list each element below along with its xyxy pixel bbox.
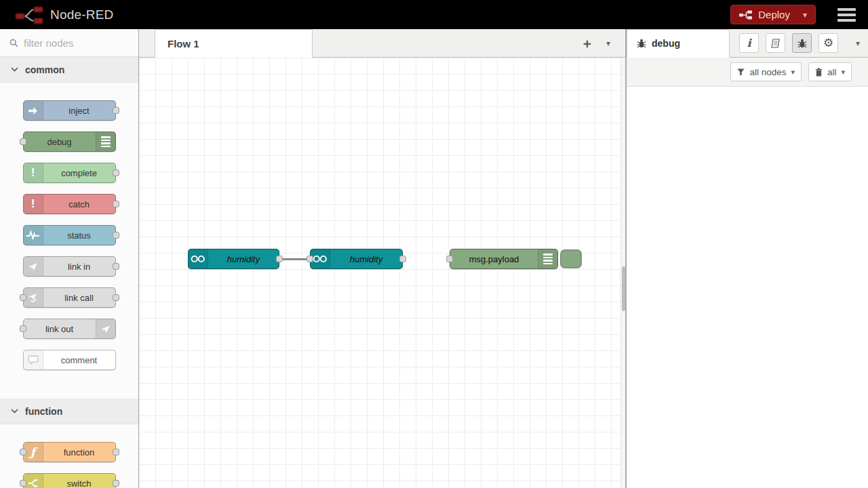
caret-down-icon: ▾ <box>841 68 845 77</box>
debug-tab-label: debug <box>652 38 680 49</box>
output-port[interactable] <box>276 256 283 262</box>
link-call-icon <box>24 288 43 307</box>
sidebar-tab-row: debug i <box>627 29 868 58</box>
app-title: Node-RED <box>50 7 113 22</box>
deploy-icon <box>739 10 752 20</box>
output-port[interactable] <box>113 107 119 114</box>
book-icon <box>770 39 781 48</box>
input-port[interactable] <box>20 325 26 332</box>
palette-node-link-in[interactable]: link in <box>23 256 116 277</box>
palette-node-label: catch <box>43 195 115 214</box>
deploy-options-caret[interactable]: ▾ <box>796 10 807 20</box>
trash-icon <box>815 68 823 77</box>
link-arrow-icon <box>24 257 43 276</box>
palette-node-comment[interactable]: comment <box>23 350 116 370</box>
main-menu-button[interactable] <box>837 8 856 22</box>
scrollbar-thumb[interactable] <box>622 266 625 311</box>
palette-node-inject[interactable]: inject <box>23 100 116 121</box>
palette-node-link-call[interactable]: link call <box>23 287 116 308</box>
inject-arrow-icon <box>24 101 43 120</box>
flow-node-label: humidity <box>208 249 279 268</box>
palette-category-function-items: ƒ function switch <box>0 424 138 488</box>
debug-tab-button[interactable] <box>792 33 812 53</box>
palette-node-label: link call <box>43 288 115 307</box>
flow-canvas[interactable]: humidity humidity <box>139 58 625 488</box>
palette-node-debug[interactable]: debug <box>23 131 116 152</box>
deploy-button[interactable]: Deploy ▾ <box>730 5 816 24</box>
flow-node-humidity-2[interactable]: humidity <box>310 249 403 269</box>
flow-node-humidity-1[interactable]: humidity <box>188 249 279 269</box>
node-red-logo: Node-RED <box>15 5 113 25</box>
input-port[interactable] <box>446 256 453 262</box>
palette-node-label: status <box>43 226 115 245</box>
palette-node-catch[interactable]: ! catch <box>23 194 116 214</box>
sidebar-tab-buttons: i <box>739 33 838 53</box>
output-port[interactable] <box>113 449 119 455</box>
arduino-infinity-icon <box>311 249 330 268</box>
filter-funnel-icon <box>737 68 745 76</box>
palette-node-label: comment <box>43 350 115 369</box>
info-icon: i <box>747 37 751 49</box>
output-port[interactable] <box>113 480 119 487</box>
deploy-label: Deploy <box>758 9 790 20</box>
tab-flow-1[interactable]: Flow 1 <box>155 29 313 58</box>
palette-node-link-out[interactable]: link out <box>23 319 116 339</box>
palette-node-label: debug <box>24 132 96 151</box>
filter-nodes-input[interactable] <box>24 37 125 49</box>
input-port[interactable] <box>20 294 26 301</box>
chevron-down-icon <box>11 409 18 413</box>
canvas-vertical-scrollbar[interactable] <box>620 58 625 488</box>
exclamation-icon: ! <box>24 163 43 182</box>
app-header: Node-RED Deploy ▾ <box>0 0 868 29</box>
search-icon <box>9 39 18 47</box>
arduino-infinity-icon <box>189 249 208 268</box>
hamburger-icon <box>837 14 856 16</box>
palette-category-function[interactable]: function <box>0 399 138 424</box>
debug-toolbar: all nodes ▾ all ▾ <box>627 58 868 87</box>
debug-messages-panel[interactable] <box>627 87 868 488</box>
bug-icon <box>637 39 646 48</box>
output-port[interactable] <box>113 232 119 239</box>
debug-filter-label: all nodes <box>749 67 786 77</box>
palette-node-label: link in <box>43 257 115 276</box>
input-port[interactable] <box>20 138 26 145</box>
input-port[interactable] <box>307 256 313 262</box>
palette-node-label: switch <box>43 474 115 488</box>
palette-node-switch[interactable]: switch <box>23 473 116 488</box>
debug-filter-button[interactable]: all nodes ▾ <box>730 62 802 81</box>
palette-category-common[interactable]: common <box>0 57 138 83</box>
palette-search-row <box>0 29 138 57</box>
input-port[interactable] <box>20 480 26 487</box>
help-tab-button[interactable] <box>766 33 785 53</box>
debug-lines-icon <box>538 249 557 268</box>
palette-node-complete[interactable]: ! complete <box>23 163 116 183</box>
add-flow-button[interactable]: + <box>583 37 591 51</box>
hamburger-icon <box>837 19 856 22</box>
flow-node-label: humidity <box>330 249 402 268</box>
output-port[interactable] <box>113 294 119 301</box>
flow-node-msg-payload[interactable]: msg.payload <box>450 249 558 269</box>
palette-node-label: inject <box>43 101 115 120</box>
flow-tab-label: Flow 1 <box>167 38 199 49</box>
wire-humidity-to-humidity[interactable] <box>281 258 309 260</box>
palette-node-status[interactable]: status <box>23 225 116 245</box>
debug-enable-toggle[interactable] <box>560 249 582 268</box>
input-port[interactable] <box>20 449 26 455</box>
debug-clear-button[interactable]: all ▾ <box>808 62 852 81</box>
config-tab-button[interactable]: ⚙ <box>818 33 838 53</box>
comment-bubble-icon <box>24 350 43 369</box>
flow-node-label: msg.payload <box>450 249 538 268</box>
link-arrow-icon <box>96 319 115 338</box>
output-port[interactable] <box>399 256 406 262</box>
tab-debug[interactable]: debug <box>627 29 730 58</box>
chevron-down-icon <box>11 67 18 72</box>
output-port[interactable] <box>113 263 119 270</box>
output-port[interactable] <box>113 201 119 207</box>
flow-list-caret[interactable]: ▾ <box>606 39 610 48</box>
exclamation-icon: ! <box>24 195 43 214</box>
palette-node-function[interactable]: ƒ function <box>23 442 116 462</box>
output-port[interactable] <box>113 169 119 176</box>
info-tab-button[interactable]: i <box>739 33 759 53</box>
sidebar-options-caret[interactable]: ▾ <box>856 39 860 48</box>
palette-category-common-items: inject debug ! complete <box>0 83 138 399</box>
